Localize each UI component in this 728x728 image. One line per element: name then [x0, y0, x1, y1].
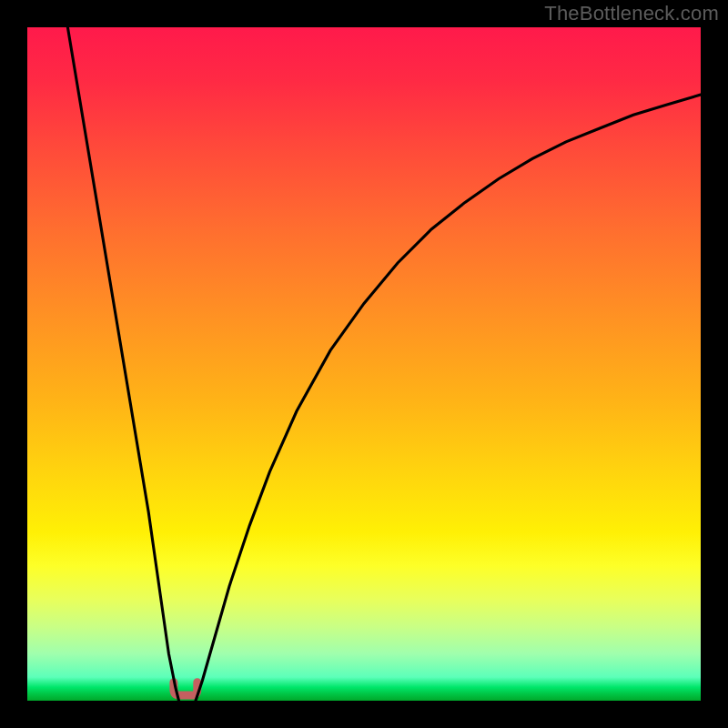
right-branch-curve — [196, 95, 701, 701]
gradient-plot-area — [27, 27, 701, 701]
bottleneck-curve — [27, 27, 701, 701]
chart-frame: TheBottleneck.com — [0, 0, 728, 728]
left-branch-curve — [67, 27, 178, 701]
watermark-text: TheBottleneck.com — [544, 2, 719, 25]
